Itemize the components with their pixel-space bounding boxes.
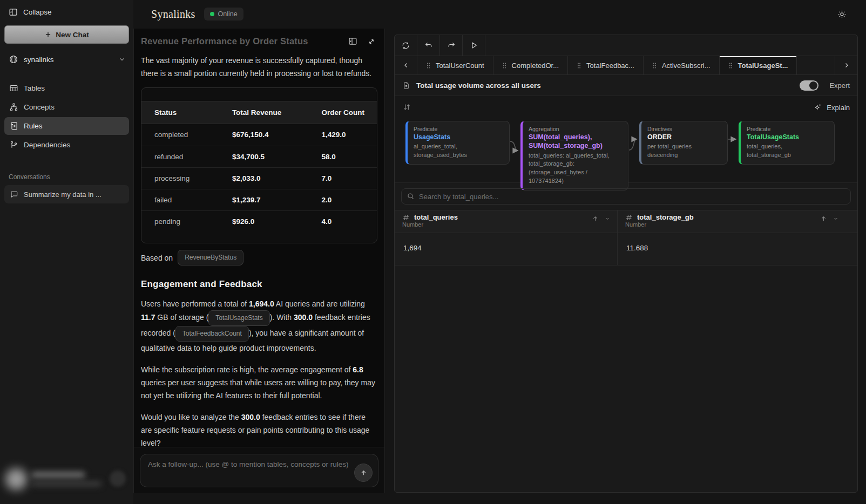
user-menu-button[interactable] — [110, 471, 126, 487]
theme-toggle-button[interactable] — [837, 10, 847, 19]
node-order-directive[interactable]: Directives ORDER per total_queries desce… — [639, 121, 728, 165]
column-header-total-storage-gb[interactable]: total_storage_gb Number — [618, 210, 857, 233]
nav-label: Dependencies — [24, 141, 70, 149]
sort-updown-icon[interactable] — [402, 103, 411, 112]
refresh-button[interactable] — [395, 35, 417, 56]
search-placeholder: Search by total_queries... — [419, 193, 498, 201]
hash-icon — [625, 214, 633, 221]
chat-bubble-icon — [10, 190, 18, 199]
tab-label: TotalUserCount — [436, 62, 484, 70]
collapse-label: Collapse — [23, 8, 52, 16]
node-usagestats[interactable]: Predicate UsageStats ai_queries_total, s… — [405, 121, 510, 165]
tab-totalusercount[interactable]: TotalUserCount — [417, 56, 493, 74]
follow-up-input[interactable]: Ask a follow-up... (use @ to mention tab… — [140, 454, 378, 487]
rule-chip-totalfeedbackcount[interactable]: TotalFeedbackCount — [175, 326, 249, 342]
chat-intro: The vast majority of your revenue is suc… — [141, 54, 377, 80]
column-header-total-queries[interactable]: total_queries Number — [395, 210, 618, 233]
tab-label: ActiveSubscri... — [662, 62, 711, 70]
cell-total-storage-gb: 11.688 — [618, 233, 648, 265]
avatar — [5, 468, 27, 490]
expand-icon[interactable] — [367, 37, 376, 46]
based-on-label: Based on — [141, 251, 173, 264]
drag-handle-icon[interactable] — [652, 62, 657, 69]
explain-button[interactable]: Explain — [814, 103, 850, 112]
top-header: Synalinks Online — [133, 0, 866, 28]
undo-button[interactable] — [417, 35, 440, 56]
toggle-knob — [809, 81, 817, 90]
rule-description: Total usage volume across all users — [416, 81, 794, 90]
sort-asc-icon[interactable] — [820, 215, 827, 222]
table-row: failed $1,239.7 2.0 — [141, 189, 377, 211]
drag-handle-icon[interactable] — [502, 62, 507, 69]
tabs-scroll-right-button[interactable] — [835, 56, 857, 74]
collapse-panel-icon — [9, 8, 18, 17]
tab-totalfeedbackcount[interactable]: TotalFeedbac... — [568, 56, 644, 74]
column-menu-icon[interactable] — [604, 215, 611, 222]
sort-asc-icon[interactable] — [592, 215, 599, 222]
paragraph-2: While the subscription rate is high, the… — [141, 363, 377, 402]
node-subtitle: ai_queries_total, storage_used_bytes — [414, 142, 503, 160]
sidebar-item-concepts[interactable]: Concepts — [4, 98, 129, 116]
node-title: TotalUsageStats — [747, 133, 828, 141]
node-totalusagestats[interactable]: Predicate TotalUsageStats total_queries,… — [739, 121, 835, 165]
paragraph-3: Would you like to analyze the 300.0 feed… — [141, 411, 377, 449]
sparkles-icon — [814, 103, 822, 112]
run-button[interactable] — [463, 35, 485, 56]
sidebar-nav: Tables Concepts Rules Dependencies — [0, 79, 133, 154]
document-icon — [402, 81, 410, 90]
drag-handle-icon[interactable] — [728, 62, 733, 69]
node-title: ORDER — [647, 133, 721, 141]
drag-handle-icon[interactable] — [426, 62, 431, 69]
node-kind: Directives — [647, 126, 721, 132]
section-heading: Engagement and Feedback — [141, 276, 377, 292]
col-total-revenue: Total Revenue — [219, 101, 309, 124]
tab-completedorders[interactable]: CompletedOr... — [493, 56, 568, 74]
expert-toggle[interactable] — [800, 80, 818, 91]
cell-total-queries: 1,694 — [395, 233, 618, 265]
result-row[interactable]: 1,694 11.688 — [395, 233, 857, 265]
status-badge: Online — [204, 8, 243, 21]
user-name-redacted — [31, 472, 85, 478]
col-order-count: Order Count — [309, 101, 377, 124]
node-kind: Predicate — [414, 126, 503, 132]
node-title: SUM(total_queries), SUM(total_storage_gb… — [529, 133, 621, 151]
tab-label: CompletedOr... — [512, 62, 559, 70]
sidebar-item-dependencies[interactable]: Dependencies — [4, 136, 129, 154]
composer-area: Ask a follow-up... (use @ to mention tab… — [134, 447, 384, 493]
search-input[interactable]: Search by total_queries... — [401, 188, 851, 205]
workspace-name: synalinks — [24, 56, 54, 64]
drag-handle-icon[interactable] — [577, 62, 581, 69]
tabs-scroll-left-button[interactable] — [395, 56, 417, 74]
node-subtitle: per total_queries descending — [647, 142, 721, 160]
sidebar-item-tables[interactable]: Tables — [4, 79, 129, 97]
tab-totalusagestats[interactable]: TotalUsageSt... — [720, 56, 797, 74]
conversation-item[interactable]: Summarize my data in ... — [4, 185, 129, 203]
user-account-area[interactable] — [0, 464, 133, 498]
chevron-down-icon[interactable] — [118, 56, 126, 63]
branch-icon — [9, 140, 18, 149]
status-label: Online — [218, 10, 238, 18]
chat-message: The vast majority of your revenue is suc… — [134, 50, 384, 467]
rule-chip-totalusagestats[interactable]: TotalUsageStats — [208, 310, 269, 326]
table-row: processing $2,033.0 7.0 — [141, 168, 377, 189]
pipeline-canvas[interactable]: Explain Predicate UsageStats ai_queries_… — [395, 96, 857, 183]
column-menu-icon[interactable] — [833, 215, 839, 222]
sidebar-item-rules[interactable]: Rules — [4, 117, 129, 135]
table-icon — [9, 84, 18, 93]
new-chat-button[interactable]: New Chat — [4, 25, 129, 44]
column-type: Number — [625, 221, 851, 228]
node-aggregation[interactable]: Aggregation SUM(total_queries), SUM(tota… — [520, 121, 628, 190]
brand-title: Synalinks — [151, 8, 195, 21]
tab-activesubscriptions[interactable]: ActiveSubscri... — [644, 56, 720, 74]
column-type: Number — [402, 221, 611, 228]
collapse-chat-panel-icon[interactable] — [348, 37, 357, 46]
redo-button[interactable] — [440, 35, 463, 56]
workspace-selector[interactable]: synalinks — [0, 49, 133, 70]
arrow-up-icon — [360, 469, 368, 477]
send-button[interactable] — [354, 464, 373, 482]
hierarchy-icon — [9, 103, 18, 112]
table-row: refunded $34,700.5 58.0 — [141, 146, 377, 168]
chat-header: Revenue Performance by Order Status — [134, 29, 384, 50]
rule-chip-revenuebystatus[interactable]: RevenueByStatus — [178, 250, 243, 265]
collapse-sidebar-button[interactable]: Collapse — [0, 0, 133, 22]
